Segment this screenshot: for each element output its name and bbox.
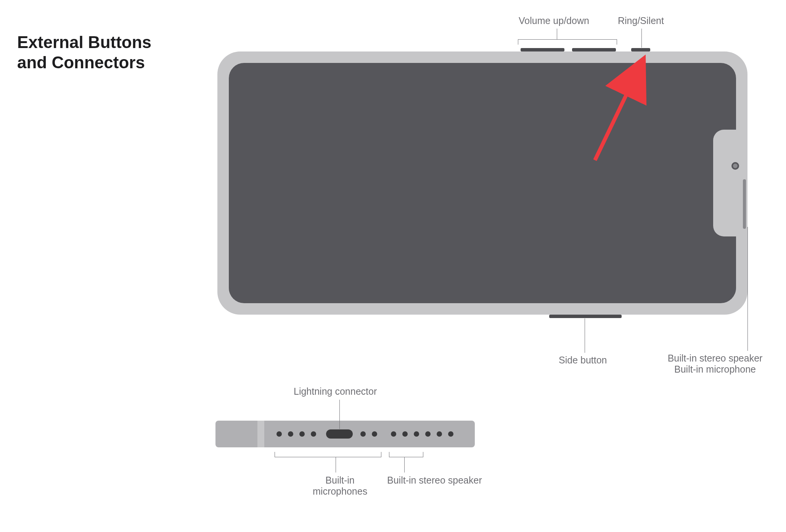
lightning-connector bbox=[326, 429, 353, 439]
bottom-edge-divider bbox=[257, 421, 264, 447]
label-side-button: Side button bbox=[559, 355, 607, 366]
label-builtin-mics: Built-in microphones bbox=[313, 475, 367, 497]
phone-screen bbox=[229, 63, 736, 303]
lead-ring-silent bbox=[641, 29, 642, 48]
mic-hole bbox=[288, 431, 293, 437]
mic-hole bbox=[299, 431, 305, 437]
notch bbox=[713, 130, 736, 236]
label-lightning: Lightning connector bbox=[294, 386, 377, 397]
mic-hole bbox=[311, 431, 316, 437]
lead-volume bbox=[557, 29, 557, 39]
speaker-hole bbox=[402, 431, 408, 437]
speaker-hole bbox=[391, 431, 396, 437]
ring-silent-switch bbox=[631, 48, 650, 51]
volume-down-button bbox=[572, 48, 616, 51]
earpiece-speaker bbox=[743, 179, 746, 229]
mic-hole bbox=[276, 431, 282, 437]
bracket-mics bbox=[275, 452, 381, 457]
label-volume: Volume up/down bbox=[519, 15, 589, 26]
speaker-hole bbox=[448, 431, 453, 437]
speaker-hole bbox=[437, 431, 442, 437]
bracket-volume bbox=[518, 39, 617, 45]
front-camera bbox=[731, 162, 739, 170]
mic-hole bbox=[360, 431, 366, 437]
phone-bottom-edge bbox=[215, 421, 475, 447]
page-title: External Buttons and Connectors bbox=[17, 32, 151, 73]
label-speaker-mic: Built-in stereo speaker Built-in microph… bbox=[664, 353, 767, 375]
label-builtin-speaker: Built-in stereo speaker bbox=[387, 475, 482, 486]
lead-speaker-mic bbox=[747, 227, 748, 351]
speaker-hole bbox=[414, 431, 419, 437]
lead-lightning bbox=[339, 400, 340, 429]
bracket-speaker bbox=[389, 452, 423, 457]
speaker-hole bbox=[425, 431, 431, 437]
lead-mics bbox=[336, 457, 336, 473]
label-ring-silent: Ring/Silent bbox=[618, 15, 664, 26]
mic-hole bbox=[372, 431, 377, 437]
lead-side-button bbox=[585, 318, 585, 353]
phone-body bbox=[217, 51, 747, 315]
lead-bottom-speaker bbox=[404, 457, 405, 473]
volume-up-button bbox=[521, 48, 564, 51]
side-button bbox=[549, 315, 622, 318]
